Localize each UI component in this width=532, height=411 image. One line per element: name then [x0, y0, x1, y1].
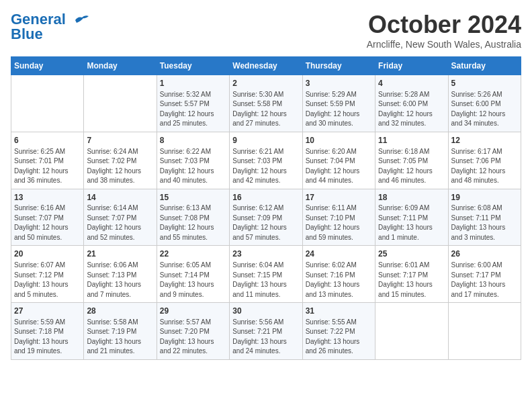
day-info: Sunrise: 6:13 AM Sunset: 7:08 PM Dayligh…	[160, 203, 226, 242]
calendar-cell: 24Sunrise: 6:02 AM Sunset: 7:16 PM Dayli…	[302, 246, 375, 303]
calendar-cell: 31Sunrise: 5:55 AM Sunset: 7:22 PM Dayli…	[302, 303, 375, 360]
calendar-cell: 12Sunrise: 6:17 AM Sunset: 7:06 PM Dayli…	[448, 132, 521, 189]
calendar-table: Sunday Monday Tuesday Wednesday Thursday…	[11, 56, 521, 360]
day-number: 21	[87, 248, 153, 260]
calendar-cell: 9Sunrise: 6:21 AM Sunset: 7:03 PM Daylig…	[230, 132, 302, 189]
day-number: 13	[14, 192, 81, 203]
day-number: 23	[232, 248, 299, 260]
day-info: Sunrise: 5:30 AM Sunset: 5:58 PM Dayligh…	[232, 90, 299, 129]
day-number: 31	[306, 306, 372, 317]
day-info: Sunrise: 6:14 AM Sunset: 7:07 PM Dayligh…	[87, 203, 153, 242]
day-number: 28	[87, 306, 153, 317]
calendar-cell: 2Sunrise: 5:30 AM Sunset: 5:58 PM Daylig…	[230, 75, 302, 132]
day-number: 3	[306, 78, 372, 89]
calendar-week-1: 1Sunrise: 5:32 AM Sunset: 5:57 PM Daylig…	[11, 75, 521, 132]
day-info: Sunrise: 6:20 AM Sunset: 7:04 PM Dayligh…	[306, 147, 372, 186]
logo-line2: Blue	[11, 26, 43, 43]
calendar-header-row: Sunday Monday Tuesday Wednesday Thursday…	[11, 57, 521, 75]
calendar-cell: 21Sunrise: 6:06 AM Sunset: 7:13 PM Dayli…	[84, 246, 157, 303]
calendar-cell: 7Sunrise: 6:24 AM Sunset: 7:02 PM Daylig…	[84, 132, 157, 189]
day-number: 27	[14, 306, 81, 317]
day-number: 17	[306, 192, 372, 203]
calendar-week-2: 6Sunrise: 6:25 AM Sunset: 7:01 PM Daylig…	[11, 132, 521, 189]
day-info: Sunrise: 6:11 AM Sunset: 7:10 PM Dayligh…	[306, 203, 372, 242]
day-number: 29	[160, 306, 226, 317]
day-number: 12	[451, 135, 518, 146]
calendar-cell	[84, 75, 157, 132]
day-number: 25	[378, 248, 445, 260]
calendar-cell: 23Sunrise: 6:04 AM Sunset: 7:15 PM Dayli…	[230, 246, 302, 303]
calendar-cell: 17Sunrise: 6:11 AM Sunset: 7:10 PM Dayli…	[302, 189, 375, 246]
day-info: Sunrise: 6:00 AM Sunset: 7:17 PM Dayligh…	[451, 261, 518, 300]
day-number: 16	[232, 192, 299, 203]
day-info: Sunrise: 6:18 AM Sunset: 7:05 PM Dayligh…	[378, 147, 445, 186]
day-number: 10	[306, 135, 372, 146]
col-saturday: Saturday	[448, 57, 521, 75]
bird-icon	[71, 13, 90, 27]
calendar-cell: 8Sunrise: 6:22 AM Sunset: 7:03 PM Daylig…	[157, 132, 229, 189]
day-info: Sunrise: 6:06 AM Sunset: 7:13 PM Dayligh…	[87, 261, 153, 300]
day-number: 14	[87, 192, 153, 203]
day-info: Sunrise: 5:32 AM Sunset: 5:57 PM Dayligh…	[160, 90, 226, 129]
day-number: 7	[87, 135, 153, 146]
calendar-cell: 27Sunrise: 5:59 AM Sunset: 7:18 PM Dayli…	[11, 303, 84, 360]
day-info: Sunrise: 5:26 AM Sunset: 6:00 PM Dayligh…	[451, 90, 518, 129]
calendar-cell: 10Sunrise: 6:20 AM Sunset: 7:04 PM Dayli…	[302, 132, 375, 189]
day-number: 9	[232, 135, 299, 146]
day-number: 26	[451, 248, 518, 260]
day-info: Sunrise: 5:55 AM Sunset: 7:22 PM Dayligh…	[306, 318, 372, 357]
day-info: Sunrise: 5:57 AM Sunset: 7:20 PM Dayligh…	[160, 318, 226, 357]
day-info: Sunrise: 6:22 AM Sunset: 7:03 PM Dayligh…	[160, 147, 226, 186]
calendar-cell: 5Sunrise: 5:26 AM Sunset: 6:00 PM Daylig…	[448, 75, 521, 132]
day-info: Sunrise: 6:05 AM Sunset: 7:14 PM Dayligh…	[160, 261, 226, 300]
day-info: Sunrise: 6:01 AM Sunset: 7:17 PM Dayligh…	[378, 261, 445, 300]
day-info: Sunrise: 6:07 AM Sunset: 7:12 PM Dayligh…	[14, 261, 81, 300]
calendar-cell: 15Sunrise: 6:13 AM Sunset: 7:08 PM Dayli…	[157, 189, 229, 246]
day-info: Sunrise: 6:24 AM Sunset: 7:02 PM Dayligh…	[87, 147, 153, 186]
calendar-week-3: 13Sunrise: 6:16 AM Sunset: 7:07 PM Dayli…	[11, 189, 521, 246]
day-info: Sunrise: 6:02 AM Sunset: 7:16 PM Dayligh…	[306, 261, 372, 300]
day-info: Sunrise: 5:29 AM Sunset: 5:59 PM Dayligh…	[306, 90, 372, 129]
day-number: 18	[378, 192, 445, 203]
calendar-cell: 25Sunrise: 6:01 AM Sunset: 7:17 PM Dayli…	[375, 246, 448, 303]
day-info: Sunrise: 6:04 AM Sunset: 7:15 PM Dayligh…	[232, 261, 299, 300]
col-thursday: Thursday	[302, 57, 375, 75]
day-info: Sunrise: 6:12 AM Sunset: 7:09 PM Dayligh…	[232, 203, 299, 242]
calendar-week-4: 20Sunrise: 6:07 AM Sunset: 7:12 PM Dayli…	[11, 246, 521, 303]
day-number: 22	[160, 248, 226, 260]
calendar-cell	[375, 303, 448, 360]
day-info: Sunrise: 6:16 AM Sunset: 7:07 PM Dayligh…	[14, 203, 81, 242]
day-info: Sunrise: 5:58 AM Sunset: 7:19 PM Dayligh…	[87, 318, 153, 357]
col-tuesday: Tuesday	[157, 57, 229, 75]
day-number: 1	[160, 78, 226, 89]
day-info: Sunrise: 6:17 AM Sunset: 7:06 PM Dayligh…	[451, 147, 518, 186]
calendar-cell: 30Sunrise: 5:56 AM Sunset: 7:21 PM Dayli…	[230, 303, 302, 360]
title-section: October 2024 Arncliffe, New South Wales,…	[367, 11, 521, 50]
day-info: Sunrise: 6:08 AM Sunset: 7:11 PM Dayligh…	[451, 203, 518, 242]
day-info: Sunrise: 5:28 AM Sunset: 6:00 PM Dayligh…	[378, 90, 445, 129]
col-sunday: Sunday	[11, 57, 84, 75]
calendar-cell: 3Sunrise: 5:29 AM Sunset: 5:59 PM Daylig…	[302, 75, 375, 132]
day-number: 4	[378, 78, 445, 89]
day-number: 6	[14, 135, 81, 146]
day-info: Sunrise: 6:25 AM Sunset: 7:01 PM Dayligh…	[14, 147, 81, 186]
day-number: 15	[160, 192, 226, 203]
calendar-cell: 22Sunrise: 6:05 AM Sunset: 7:14 PM Dayli…	[157, 246, 229, 303]
day-number: 5	[451, 78, 518, 89]
calendar-cell: 4Sunrise: 5:28 AM Sunset: 6:00 PM Daylig…	[375, 75, 448, 132]
day-info: Sunrise: 5:56 AM Sunset: 7:21 PM Dayligh…	[232, 318, 299, 357]
calendar-cell	[11, 75, 84, 132]
day-number: 19	[451, 192, 518, 203]
calendar-cell: 28Sunrise: 5:58 AM Sunset: 7:19 PM Dayli…	[84, 303, 157, 360]
day-number: 20	[14, 248, 81, 260]
col-friday: Friday	[375, 57, 448, 75]
day-number: 11	[378, 135, 445, 146]
day-number: 8	[160, 135, 226, 146]
calendar-cell	[448, 303, 521, 360]
calendar-cell: 26Sunrise: 6:00 AM Sunset: 7:17 PM Dayli…	[448, 246, 521, 303]
calendar-cell: 16Sunrise: 6:12 AM Sunset: 7:09 PM Dayli…	[230, 189, 302, 246]
month-title: October 2024	[367, 11, 521, 39]
day-number: 24	[306, 248, 372, 260]
calendar-cell: 13Sunrise: 6:16 AM Sunset: 7:07 PM Dayli…	[11, 189, 84, 246]
calendar-cell: 1Sunrise: 5:32 AM Sunset: 5:57 PM Daylig…	[157, 75, 229, 132]
